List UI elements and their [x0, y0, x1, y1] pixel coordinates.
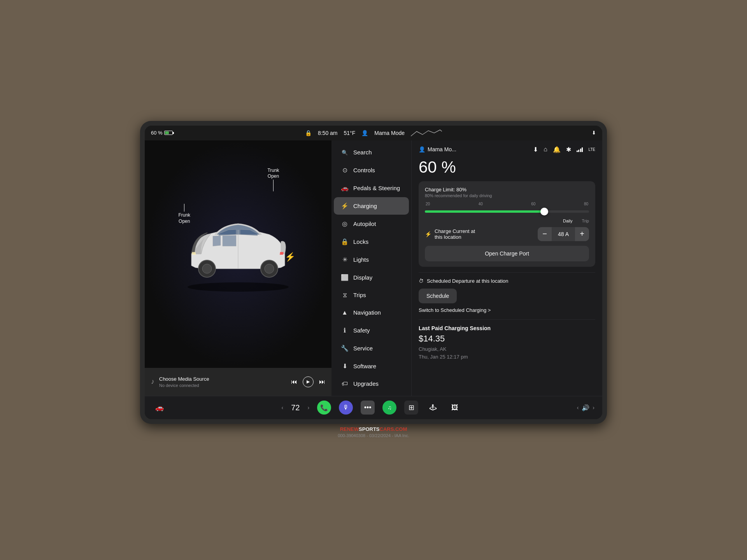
menu-label-locks: Locks	[353, 238, 368, 245]
watermark: RENEWSPORTSCARS.COM 000-39040308 - 03/22…	[338, 424, 409, 439]
menu-item-controls[interactable]: ⊙ Controls	[334, 161, 409, 179]
menu-item-navigation[interactable]: ▲ Navigation	[334, 304, 409, 321]
media-info: Choose Media Source No device connected	[159, 376, 286, 388]
controls-icon: ⊙	[341, 166, 349, 174]
battery-fill	[165, 131, 169, 134]
volume-next-arrow[interactable]: ›	[593, 404, 594, 411]
charging-icon: ⚡	[341, 202, 349, 210]
brand-part1: RENEW	[340, 426, 359, 432]
battery-icon	[164, 131, 173, 135]
current-control: − 48 A +	[538, 227, 589, 241]
trunk-label: TrunkOpen	[267, 168, 279, 192]
slider-label-60: 60	[531, 202, 535, 206]
status-user-mode: Mama Mode	[374, 130, 405, 136]
header-bluetooth-icon[interactable]: ✱	[566, 146, 571, 153]
charge-slider-fill	[425, 210, 543, 213]
menu-item-pedals[interactable]: 🚗 Pedals & Steering	[334, 179, 409, 197]
watermark-brand: RENEWSPORTSCARS.COM	[338, 426, 409, 432]
scheduled-departure-title: ⏱ Scheduled Departure at this location	[419, 278, 595, 284]
divider-2	[419, 319, 595, 320]
taskbar-left: 🚗	[153, 401, 167, 415]
charge-limit-card: Charge Limit: 80% 80% recommended for da…	[419, 181, 595, 267]
media-title: Choose Media Source	[159, 376, 286, 382]
voice-button[interactable]: 🎙	[339, 401, 353, 415]
display-icon: ⬜	[341, 274, 349, 281]
menu-item-service[interactable]: 🔧 Service	[334, 340, 409, 357]
mode-trip[interactable]: Trip	[582, 219, 589, 223]
trips-icon: ⧖	[341, 292, 349, 299]
spotify-button[interactable]: ♫	[382, 401, 396, 415]
play-button[interactable]: ▶	[303, 376, 314, 387]
charge-slider-container[interactable]	[425, 208, 589, 215]
lte-label: LTE	[588, 147, 595, 152]
speed-decrement-arrow[interactable]: ‹	[282, 404, 284, 411]
last-session-location: Chugiak, AK Thu, Jan 25 12:17 pm	[419, 345, 595, 362]
media-controls: ⏮ ▶ ⏭	[291, 376, 325, 387]
upgrades-icon: 🏷	[341, 380, 349, 387]
car-svg-container: ⚡	[172, 203, 304, 304]
menu-label-safety: Safety	[353, 327, 370, 334]
switch-to-scheduled-link[interactable]: Switch to Scheduled Charging >	[419, 307, 595, 313]
divider-1	[419, 272, 595, 273]
slider-label-80: 80	[584, 202, 588, 206]
menu-item-lights[interactable]: ✳ Lights	[334, 251, 409, 268]
menu-item-charging[interactable]: ⚡ Charging	[334, 197, 409, 215]
signal-bar-4	[582, 147, 583, 152]
media-bar: ♪ Choose Media Source No device connecte…	[145, 368, 331, 396]
media-subtitle: No device connected	[159, 383, 286, 388]
navigation-icon: ▲	[341, 309, 349, 316]
menu-item-autopilot[interactable]: ◎ Autopilot	[334, 215, 409, 233]
last-session-amount: $14.35	[419, 334, 595, 344]
menu-item-trips[interactable]: ⧖ Trips	[334, 287, 409, 304]
schedule-button[interactable]: Schedule	[419, 289, 457, 303]
menu-item-software[interactable]: ⬇ Software	[334, 357, 409, 375]
decrement-current-button[interactable]: −	[538, 227, 552, 241]
trunk-text: TrunkOpen	[267, 168, 279, 179]
battery-percent-label: 60 %	[151, 130, 163, 136]
speed-increment-arrow[interactable]: ›	[307, 404, 309, 411]
header-bell-icon[interactable]: 🔔	[553, 146, 561, 153]
mode-daily[interactable]: Daily	[563, 219, 572, 223]
phone-button[interactable]: 📞	[317, 401, 331, 415]
service-icon: 🔧	[341, 345, 349, 352]
screen: 60 % 🔒 8:50 am 51°F 👤 Mama Mode ⬇	[145, 126, 602, 419]
user-profile-icon: 👤	[419, 146, 425, 152]
prev-track-btn[interactable]: ⏮	[291, 378, 297, 385]
next-track-btn[interactable]: ⏭	[319, 378, 325, 385]
battery-percentage-display: 60 %	[419, 158, 595, 177]
signal-bars	[577, 147, 583, 152]
header-home-icon[interactable]: ⌂	[544, 146, 547, 153]
gallery-button[interactable]: 🖼	[448, 401, 462, 415]
locks-icon: 🔒	[341, 238, 349, 245]
game-button[interactable]: 🕹	[426, 401, 440, 415]
open-charge-port-button[interactable]: Open Charge Port	[425, 246, 589, 261]
trunk-arrow	[273, 180, 274, 191]
svg-point-3	[265, 264, 274, 273]
menu-label-trips: Trips	[353, 292, 366, 298]
increment-current-button[interactable]: +	[575, 227, 589, 241]
safety-icon: ℹ	[341, 327, 349, 334]
status-temp: 51°F	[344, 130, 356, 136]
charging-header: 👤 Mama Mo... ⬇ ⌂ 🔔 ✱	[419, 146, 595, 153]
last-session-city: Chugiak, AK	[419, 346, 447, 352]
slider-labels: 20 40 60 80	[425, 202, 589, 206]
taskbar-center: ‹ 72 › 📞 🎙 ••• ♫ ⊞ 🕹 🖼	[282, 401, 462, 415]
menu-item-locks[interactable]: 🔒 Locks	[334, 233, 409, 250]
charging-panel: 👤 Mama Mo... ⬇ ⌂ 🔔 ✱	[411, 140, 602, 396]
charge-slider-thumb[interactable]	[540, 208, 548, 215]
header-download-icon[interactable]: ⬇	[533, 146, 538, 153]
volume-prev-arrow[interactable]: ‹	[577, 404, 579, 411]
user-info: 👤 Mama Mo...	[419, 146, 456, 152]
software-icon: ⬇	[341, 362, 349, 370]
current-plug-icon: ⚡	[425, 231, 431, 237]
volume-icon: 🔊	[582, 404, 589, 411]
dots-menu-button[interactable]: •••	[361, 401, 375, 415]
menu-item-display[interactable]: ⬜ Display	[334, 269, 409, 286]
menu-item-search[interactable]: Search	[334, 144, 409, 161]
charge-current-label: ⚡ Charge Current atthis location	[425, 228, 475, 240]
menu-item-upgrades[interactable]: 🏷 Upgrades	[334, 375, 409, 392]
signal-bar-1	[577, 150, 578, 152]
menu-item-safety[interactable]: ℹ Safety	[334, 322, 409, 339]
car-home-icon[interactable]: 🚗	[153, 401, 167, 415]
apps-button[interactable]: ⊞	[404, 401, 418, 415]
